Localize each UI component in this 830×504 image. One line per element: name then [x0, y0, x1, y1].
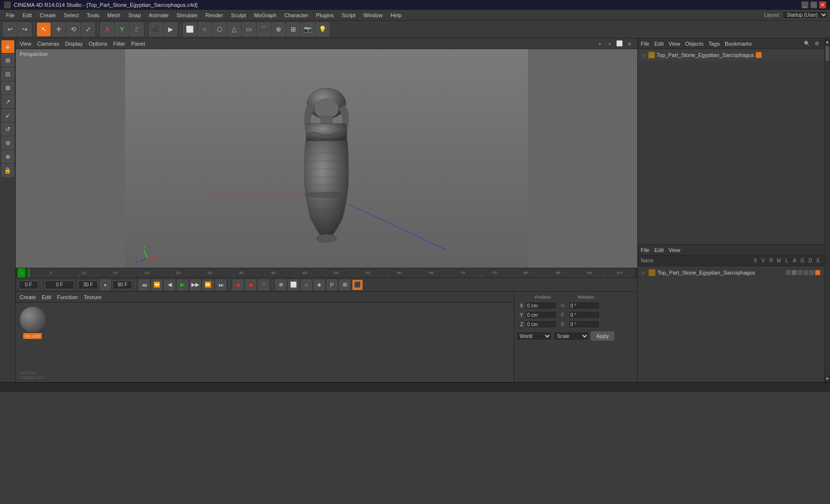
cube-tool[interactable]: ⬜ — [183, 23, 197, 36]
light-tool[interactable]: 💡 — [316, 23, 329, 36]
viewport-3d[interactable]: View Cameras Display Options Filter Pane… — [16, 38, 637, 268]
scene-object-row[interactable]: ▷ ◻ Top_Part_Stone_Egyptian_Sarcophagus — [638, 49, 824, 61]
viewport-menu-view[interactable]: View — [20, 41, 31, 47]
render-button[interactable]: ▶ — [164, 23, 178, 36]
deformer-tool[interactable]: ⊞ — [286, 23, 300, 36]
rotate-display[interactable]: ↺ — [1, 123, 14, 136]
apply-button[interactable]: Apply — [591, 332, 614, 340]
mat-menu-create[interactable]: Create — [20, 294, 36, 300]
key-diamond-btn[interactable]: ◈ — [314, 280, 325, 290]
menu-snap[interactable]: Snap — [124, 11, 145, 19]
scroll-up-arrow[interactable]: ▲ — [825, 38, 830, 45]
next-btn[interactable]: ▶▶ — [190, 280, 201, 290]
nurbs-tool[interactable]: ⊕ — [271, 23, 285, 36]
cone-tool[interactable]: △ — [227, 23, 241, 36]
coord-space-dropdown[interactable]: World Object — [516, 332, 552, 340]
step-field[interactable] — [78, 280, 98, 289]
material-swatch[interactable]: Up_stor — [20, 307, 45, 339]
scroll-down-arrow[interactable]: ▼ — [825, 375, 830, 382]
right-menu-objects[interactable]: Objects — [685, 41, 703, 47]
menu-animate[interactable]: Animate — [145, 11, 173, 19]
obj-dot-4[interactable] — [803, 270, 808, 275]
record-btn[interactable]: ⏺ — [233, 280, 243, 290]
mat-menu-texture[interactable]: Texture — [84, 294, 101, 300]
rotate-tool-button[interactable]: ⟲ — [66, 23, 80, 36]
key-square-btn[interactable]: ⬜ — [288, 280, 299, 290]
xaxis-button[interactable]: X — [100, 23, 114, 36]
coord-z-pos[interactable] — [525, 320, 557, 328]
key-all-btn[interactable]: ⊕ — [275, 280, 286, 290]
viewport-menu-display[interactable]: Display — [65, 41, 83, 47]
start-frame-field[interactable] — [45, 280, 74, 289]
menu-select[interactable]: Select — [60, 11, 83, 19]
key-grid-btn[interactable]: ⊞ — [339, 280, 350, 290]
scroll-track[interactable] — [825, 45, 830, 375]
timeline[interactable]: 0 5 10 15 20 25 30 35 40 45 50 55 60 65 — [16, 268, 637, 278]
window-controls[interactable]: _ □ ✕ — [801, 1, 826, 8]
axis-tool[interactable]: ↙ — [1, 109, 14, 122]
viewport-fullscreen-btn[interactable]: ⬜ — [616, 40, 623, 48]
scroll-thumb[interactable] — [826, 46, 829, 61]
end-frame-field[interactable] — [113, 280, 132, 289]
menu-file[interactable]: File — [2, 11, 19, 19]
prev-btn[interactable]: ◀ — [164, 280, 175, 290]
menu-mograph[interactable]: MoGraph — [250, 11, 280, 19]
snap-tool[interactable]: ⊛ — [1, 137, 14, 149]
right-menu-bookmarks[interactable]: Bookmarks — [725, 41, 752, 47]
play-btn[interactable]: ▶ — [177, 280, 188, 290]
coord-y-rot[interactable] — [568, 311, 600, 319]
rb-menu-edit[interactable]: Edit — [654, 247, 664, 253]
obj-dot-5[interactable] — [809, 270, 814, 275]
go-end-btn[interactable]: ⏭ — [215, 280, 226, 290]
right-menu-edit[interactable]: Edit — [654, 41, 664, 47]
edge-tool[interactable]: ⊟ — [1, 68, 14, 81]
cylinder-tool[interactable]: ⬡ — [212, 23, 226, 36]
mat-menu-function[interactable]: Function — [57, 294, 78, 300]
viewport-options-btn[interactable]: ≡ — [625, 40, 633, 48]
polygon-tool[interactable]: ⊞ — [1, 54, 14, 67]
timeline-ruler[interactable]: 0 5 10 15 20 25 30 35 40 45 50 55 60 65 — [18, 268, 635, 278]
model-tool[interactable]: ◈ — [1, 40, 14, 53]
menu-script[interactable]: Script — [338, 11, 359, 19]
menu-create[interactable]: Create — [36, 11, 60, 19]
point-tool[interactable]: ⊠ — [1, 82, 14, 94]
menu-character[interactable]: Character — [280, 11, 312, 19]
rb-menu-file[interactable]: File — [641, 247, 650, 253]
viewport-content[interactable]: Perspective — [16, 49, 637, 268]
undo-button[interactable]: ↩ — [3, 23, 17, 36]
viewport-menu-panel[interactable]: Panel — [131, 41, 145, 47]
texture-tool[interactable]: ↗ — [1, 95, 14, 108]
menu-sculpt[interactable]: Sculpt — [227, 11, 250, 19]
zaxis-button[interactable]: Z — [130, 23, 144, 36]
coord-z-rot[interactable] — [568, 320, 600, 328]
plane-tool[interactable]: ▭ — [242, 23, 256, 36]
menu-mesh[interactable]: Mesh — [103, 11, 124, 19]
viewport-menu-filter[interactable]: Filter — [113, 41, 125, 47]
obj-expand-icon[interactable]: ▷ — [642, 270, 647, 276]
go-start-btn[interactable]: ⏮ — [139, 280, 149, 290]
right-menu-tags[interactable]: Tags — [709, 41, 720, 47]
viewport-add-btn[interactable]: + — [596, 40, 604, 48]
obj-dot-2[interactable] — [792, 270, 797, 275]
camera-tool[interactable]: 📷 — [301, 23, 315, 36]
menu-help[interactable]: Help — [386, 11, 406, 19]
stop-btn[interactable]: ⏹ — [245, 280, 256, 290]
menu-plugins[interactable]: Plugins — [312, 11, 338, 19]
lock-tool[interactable]: 🔒 — [1, 164, 14, 177]
coord-x-pos[interactable] — [525, 302, 557, 309]
right-scrollbar[interactable]: ▲ ▼ — [824, 38, 830, 382]
menu-simulate[interactable]: Simulate — [173, 11, 202, 19]
right-menu-view[interactable]: View — [669, 41, 681, 47]
move-tool-button[interactable]: ✛ — [52, 23, 65, 36]
rb-menu-view[interactable]: View — [669, 247, 681, 253]
render-region-button[interactable]: ⬛ — [149, 23, 163, 36]
menu-window[interactable]: Window — [359, 11, 386, 19]
viewport-expand-btn[interactable]: + — [606, 40, 614, 48]
coord-x-rot[interactable] — [568, 302, 600, 309]
rt-settings-btn[interactable]: ⚙ — [812, 39, 821, 48]
obj-dot-1[interactable] — [786, 270, 791, 275]
tree-expand-icon[interactable]: ▷ — [643, 53, 647, 58]
mat-menu-edit[interactable]: Edit — [42, 294, 51, 300]
current-frame-field[interactable] — [19, 280, 38, 289]
minimize-button[interactable]: _ — [801, 1, 808, 8]
